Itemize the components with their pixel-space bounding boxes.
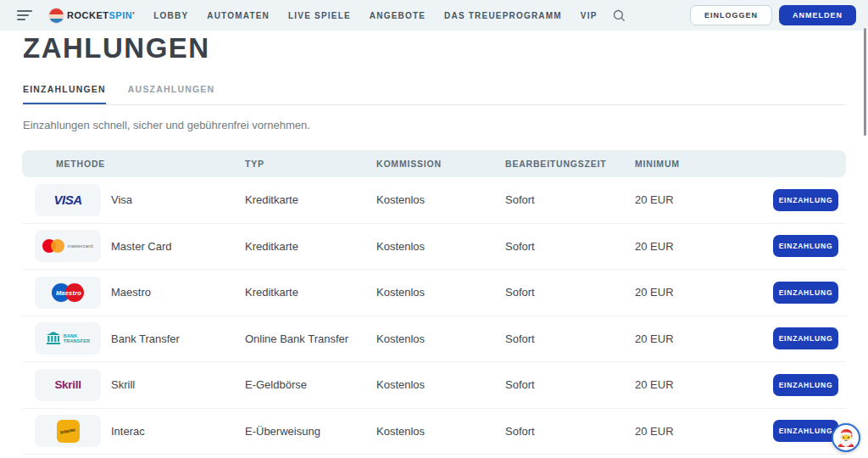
nav-item-angebote[interactable]: ANGEBOTE (370, 11, 426, 20)
visa-logo-icon: VISA (53, 193, 81, 207)
payment-method-logo: BANKTRANSFER (35, 322, 101, 355)
method-commission: Kostenlos (376, 378, 505, 391)
brand-logo[interactable]: ROCKETSPIN′ (49, 8, 135, 23)
method-name: Interac (111, 425, 245, 438)
method-processing-time: Sofort (505, 332, 635, 345)
deposit-button[interactable]: EINZAHLUNG (773, 189, 838, 211)
hamburger-menu-icon[interactable] (17, 10, 34, 20)
maestro-logo-icon: Maestro (52, 283, 84, 302)
bank-transfer-logo-icon: BANKTRANSFER (46, 332, 91, 345)
table-row: BANKTRANSFER Bank Transfer Online Bank T… (22, 316, 846, 363)
mastercard-logo-icon: mastercard (42, 239, 92, 253)
search-icon[interactable] (613, 9, 626, 22)
payment-method-logo: Interac (35, 415, 101, 447)
table-row: Skrill Skrill E-Geldbörse Kostenlos Sofo… (22, 362, 846, 409)
login-button[interactable]: EINLOGGEN (690, 5, 772, 25)
rocket-mascot-icon (49, 8, 64, 23)
method-commission: Kostenlos (376, 240, 505, 253)
method-type: Kreditkarte (245, 193, 376, 206)
method-name: Bank Transfer (111, 332, 245, 345)
deposit-button[interactable]: EINZAHLUNG (773, 282, 838, 304)
nav-item-das-treueprogramm[interactable]: DAS TREUEPROGRAMM (444, 11, 562, 20)
method-processing-time: Sofort (505, 240, 635, 253)
deposit-button[interactable]: EINZAHLUNG (773, 235, 838, 257)
main-content: ZAHLUNGEN EINZAHLUNGENAUSZAHLUNGEN Einza… (0, 31, 868, 455)
chat-mascot-icon: 🎅 (836, 428, 856, 448)
method-type: Kreditkarte (245, 240, 376, 253)
table-row: VISA Visa Kreditkarte Kostenlos Sofort 2… (22, 177, 846, 224)
method-type: Online Bank Transfer (245, 332, 376, 345)
table-header-row: METHODETYPKOMMISSIONBEARBEITUNGSZEITMINI… (22, 150, 846, 177)
payment-methods-table: METHODETYPKOMMISSIONBEARBEITUNGSZEITMINI… (22, 150, 846, 455)
method-minimum: 20 EUR (635, 193, 674, 206)
nav-item-vip[interactable]: VIP (581, 11, 598, 20)
nav-item-lobby[interactable]: LOBBY (153, 11, 188, 20)
table-row: Interac Interac E-Überweisung Kostenlos … (22, 409, 846, 455)
nav-menu: LOBBYAUTOMATENLIVE SPIELEANGEBOTEDAS TRE… (153, 11, 597, 20)
nav-item-live-spiele[interactable]: LIVE SPIELE (288, 11, 351, 20)
method-name: Maestro (111, 286, 245, 299)
method-processing-time: Sofort (505, 193, 635, 206)
brand-name: ROCKETSPIN′ (67, 10, 135, 20)
method-minimum: 20 EUR (635, 286, 674, 299)
method-minimum: 20 EUR (635, 425, 674, 438)
signup-button[interactable]: ANMELDEN (779, 5, 856, 25)
deposit-button[interactable]: EINZAHLUNG (773, 420, 838, 442)
method-commission: Kostenlos (376, 286, 505, 299)
method-type: Kreditkarte (245, 286, 376, 299)
method-commission: Kostenlos (376, 425, 505, 438)
method-minimum: 20 EUR (635, 378, 674, 391)
method-type: E-Überweisung (245, 425, 376, 438)
method-name: Master Card (111, 240, 245, 253)
page-title: ZAHLUNGEN (23, 32, 868, 64)
column-header: BEARBEITUNGSZEIT (505, 159, 635, 169)
method-commission: Kostenlos (376, 332, 505, 345)
skrill-logo-icon: Skrill (54, 378, 81, 391)
table-row: mastercard Master Card Kreditkarte Koste… (22, 224, 846, 271)
method-minimum: 20 EUR (635, 240, 674, 253)
deposit-button[interactable]: EINZAHLUNG (773, 327, 838, 349)
method-type: E-Geldbörse (245, 378, 376, 391)
payment-method-logo: Maestro (35, 276, 101, 309)
column-header: KOMMISSION (376, 159, 505, 169)
page-subtitle: Einzahlungen schnell, sicher und gebühre… (23, 119, 868, 131)
deposit-button[interactable]: EINZAHLUNG (773, 374, 838, 396)
method-processing-time: Sofort (505, 425, 635, 438)
payment-method-logo: mastercard (35, 230, 101, 262)
top-nav: ROCKETSPIN′ LOBBYAUTOMATENLIVE SPIELEANG… (0, 0, 868, 31)
tab-auszahlungen[interactable]: AUSZAHLUNGEN (128, 84, 214, 104)
scrollbar-thumb[interactable] (864, 28, 866, 136)
column-header: TYP (245, 159, 376, 169)
method-minimum: 20 EUR (635, 332, 674, 345)
method-commission: Kostenlos (376, 193, 505, 206)
method-processing-time: Sofort (505, 378, 635, 391)
method-name: Skrill (111, 378, 245, 391)
column-header: METHODE (22, 159, 245, 169)
payment-method-logo: VISA (35, 184, 101, 216)
method-processing-time: Sofort (505, 286, 635, 299)
support-chat-widget[interactable]: 🎅 (832, 423, 860, 452)
column-header: MINIMUM (635, 159, 846, 169)
table-body: VISA Visa Kreditkarte Kostenlos Sofort 2… (22, 177, 846, 455)
table-row: Maestro Maestro Kreditkarte Kostenlos So… (22, 270, 846, 316)
nav-item-automaten[interactable]: AUTOMATEN (207, 11, 270, 20)
payments-tabs: EINZAHLUNGENAUSZAHLUNGEN (23, 84, 846, 105)
tab-einzahlungen[interactable]: EINZAHLUNGEN (23, 84, 106, 104)
payment-method-logo: Skrill (35, 369, 101, 401)
interac-logo-icon: Interac (57, 420, 80, 443)
method-name: Visa (111, 193, 245, 206)
